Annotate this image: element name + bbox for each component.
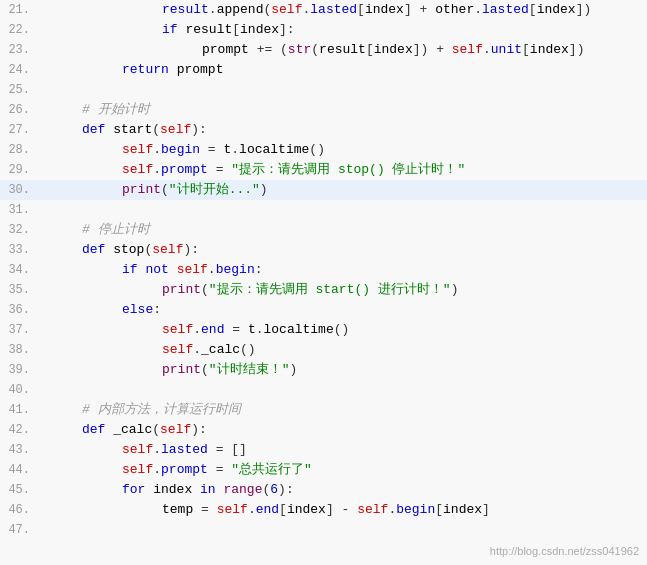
- line-content-30: print("计时开始..."): [38, 180, 647, 200]
- line-content-25: [38, 80, 647, 100]
- code-line-45: 45. for index in range(6):: [0, 480, 647, 500]
- line-content-33: def stop(self):: [38, 240, 647, 260]
- code-line-27: 27. def start(self):: [0, 120, 647, 140]
- line-content-37: self.end = t.localtime(): [38, 320, 647, 340]
- line-number-27: 27.: [0, 120, 38, 140]
- code-line-43: 43. self.lasted = []: [0, 440, 647, 460]
- line-content-36: else:: [38, 300, 647, 320]
- line-number-28: 28.: [0, 140, 38, 160]
- line-number-47: 47.: [0, 520, 38, 540]
- line-number-36: 36.: [0, 300, 38, 320]
- code-line-36: 36. else:: [0, 300, 647, 320]
- line-number-22: 22.: [0, 20, 38, 40]
- code-line-29: 29. self.prompt = "提示：请先调用 stop() 停止计时！": [0, 160, 647, 180]
- line-content-47: [38, 520, 647, 540]
- code-line-21: 21. result.append(self.lasted[index] + o…: [0, 0, 647, 20]
- line-number-41: 41.: [0, 400, 38, 420]
- line-content-38: self._calc(): [38, 340, 647, 360]
- line-number-25: 25.: [0, 80, 38, 100]
- line-content-39: print("计时结束！"): [38, 360, 647, 380]
- code-line-33: 33. def stop(self):: [0, 240, 647, 260]
- line-number-44: 44.: [0, 460, 38, 480]
- line-number-26: 26.: [0, 100, 38, 120]
- line-number-30: 30.: [0, 180, 38, 200]
- code-line-26: 26. # 开始计时: [0, 100, 647, 120]
- code-line-25: 25.: [0, 80, 647, 100]
- line-content-42: def _calc(self):: [38, 420, 647, 440]
- code-line-38: 38. self._calc(): [0, 340, 647, 360]
- line-content-21: result.append(self.lasted[index] + other…: [38, 0, 647, 20]
- code-editor: 21. result.append(self.lasted[index] + o…: [0, 0, 647, 565]
- line-content-40: [38, 380, 647, 400]
- code-line-37: 37. self.end = t.localtime(): [0, 320, 647, 340]
- line-content-35: print("提示：请先调用 start() 进行计时！"): [38, 280, 647, 300]
- code-line-35: 35. print("提示：请先调用 start() 进行计时！"): [0, 280, 647, 300]
- code-line-47: 47.: [0, 520, 647, 540]
- line-number-45: 45.: [0, 480, 38, 500]
- line-content-46: temp = self.end[index] - self.begin[inde…: [38, 500, 647, 520]
- line-number-42: 42.: [0, 420, 38, 440]
- code-line-41: 41. # 内部方法，计算运行时间: [0, 400, 647, 420]
- line-number-46: 46.: [0, 500, 38, 520]
- watermark: http://blog.csdn.net/zss041962: [490, 545, 639, 557]
- code-line-46: 46. temp = self.end[index] - self.begin[…: [0, 500, 647, 520]
- line-number-34: 34.: [0, 260, 38, 280]
- line-number-23: 23.: [0, 40, 38, 60]
- line-number-35: 35.: [0, 280, 38, 300]
- line-number-24: 24.: [0, 60, 38, 80]
- code-line-23: 23. prompt += (str(result[index]) + self…: [0, 40, 647, 60]
- code-line-42: 42. def _calc(self):: [0, 420, 647, 440]
- code-line-24: 24. return prompt: [0, 60, 647, 80]
- code-line-32: 32. # 停止计时: [0, 220, 647, 240]
- line-content-34: if not self.begin:: [38, 260, 647, 280]
- line-content-43: self.lasted = []: [38, 440, 647, 460]
- line-number-39: 39.: [0, 360, 38, 380]
- line-content-29: self.prompt = "提示：请先调用 stop() 停止计时！": [38, 160, 647, 180]
- line-content-26: # 开始计时: [38, 100, 647, 120]
- line-number-32: 32.: [0, 220, 38, 240]
- code-line-40: 40.: [0, 380, 647, 400]
- line-content-45: for index in range(6):: [38, 480, 647, 500]
- line-content-23: prompt += (str(result[index]) + self.uni…: [38, 40, 647, 60]
- code-line-31: 31.: [0, 200, 647, 220]
- code-line-44: 44. self.prompt = "总共运行了": [0, 460, 647, 480]
- line-content-41: # 内部方法，计算运行时间: [38, 400, 647, 420]
- line-content-22: if result[index]:: [38, 20, 647, 40]
- line-content-32: # 停止计时: [38, 220, 647, 240]
- line-number-21: 21.: [0, 0, 38, 20]
- code-line-34: 34. if not self.begin:: [0, 260, 647, 280]
- code-line-28: 28. self.begin = t.localtime(): [0, 140, 647, 160]
- line-content-44: self.prompt = "总共运行了": [38, 460, 647, 480]
- line-number-29: 29.: [0, 160, 38, 180]
- line-number-31: 31.: [0, 200, 38, 220]
- line-content-24: return prompt: [38, 60, 647, 80]
- code-line-39: 39. print("计时结束！"): [0, 360, 647, 380]
- line-number-37: 37.: [0, 320, 38, 340]
- line-content-27: def start(self):: [38, 120, 647, 140]
- code-line-22: 22. if result[index]:: [0, 20, 647, 40]
- code-line-30: 30. print("计时开始..."): [0, 180, 647, 200]
- line-content-31: [38, 200, 647, 220]
- line-number-43: 43.: [0, 440, 38, 460]
- line-number-40: 40.: [0, 380, 38, 400]
- line-number-33: 33.: [0, 240, 38, 260]
- line-content-28: self.begin = t.localtime(): [38, 140, 647, 160]
- line-number-38: 38.: [0, 340, 38, 360]
